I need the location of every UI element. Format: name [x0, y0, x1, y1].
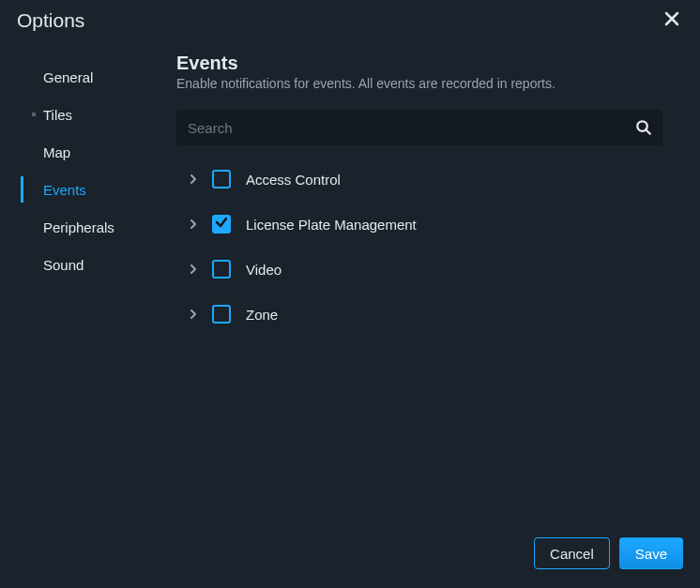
expand-toggle[interactable] [186, 262, 201, 277]
expand-toggle[interactable] [186, 307, 201, 322]
dialog-footer: Cancel Save [0, 524, 700, 588]
button-label: Cancel [550, 546, 594, 562]
event-label: Video [242, 262, 282, 278]
event-row-video: Video [176, 247, 662, 292]
options-dialog: Options General Tiles Map Events [0, 0, 700, 588]
event-row-zone: Zone [176, 292, 662, 337]
event-label: License Plate Management [242, 217, 417, 233]
sidebar-item-map[interactable]: Map [21, 133, 161, 171]
sidebar-item-events[interactable]: Events [21, 171, 161, 208]
sidebar-item-sound[interactable]: Sound [21, 246, 161, 283]
event-label: Zone [242, 307, 278, 323]
event-row-access-control: Access Control [176, 157, 662, 202]
sidebar: General Tiles Map Events Peripherals Sou… [21, 41, 161, 524]
expand-toggle[interactable] [186, 172, 201, 187]
expand-toggle[interactable] [186, 217, 201, 232]
main-panel: Events Enable notifications for events. … [161, 41, 700, 524]
search-bar [176, 110, 662, 145]
check-icon [215, 216, 228, 233]
event-label: Access Control [242, 172, 341, 188]
page-subtitle: Enable notifications for events. All eve… [176, 76, 662, 91]
sidebar-item-label: Tiles [43, 107, 72, 123]
chevron-right-icon [189, 171, 198, 188]
chevron-right-icon [189, 306, 198, 323]
sidebar-item-label: Map [43, 144, 70, 160]
sidebar-item-label: Sound [43, 257, 84, 273]
dialog-header: Options [0, 0, 700, 41]
search-input[interactable] [176, 120, 625, 136]
sidebar-item-general[interactable]: General [21, 58, 161, 96]
search-icon[interactable] [625, 119, 662, 136]
dialog-title: Options [17, 9, 84, 32]
event-checkbox[interactable] [212, 170, 231, 188]
svg-line-3 [646, 129, 650, 134]
sidebar-item-label: Peripherals [43, 219, 114, 235]
event-list: Access Control License Plate Management [176, 157, 662, 337]
event-checkbox[interactable] [212, 215, 231, 234]
close-icon [664, 11, 679, 30]
chevron-right-icon [189, 261, 198, 278]
button-label: Save [635, 546, 667, 562]
page-title: Events [176, 53, 662, 74]
sidebar-item-label: Events [43, 182, 86, 198]
close-button[interactable] [661, 9, 683, 32]
save-button[interactable]: Save [619, 537, 683, 569]
cancel-button[interactable]: Cancel [534, 537, 610, 569]
sidebar-item-peripherals[interactable]: Peripherals [21, 208, 161, 246]
event-row-license-plate: License Plate Management [176, 202, 662, 247]
dialog-body: General Tiles Map Events Peripherals Sou… [0, 41, 700, 524]
sidebar-item-tiles[interactable]: Tiles [21, 96, 161, 133]
sidebar-item-label: General [43, 69, 93, 85]
event-checkbox[interactable] [212, 260, 231, 279]
chevron-right-icon [189, 216, 198, 233]
event-checkbox[interactable] [212, 305, 231, 324]
